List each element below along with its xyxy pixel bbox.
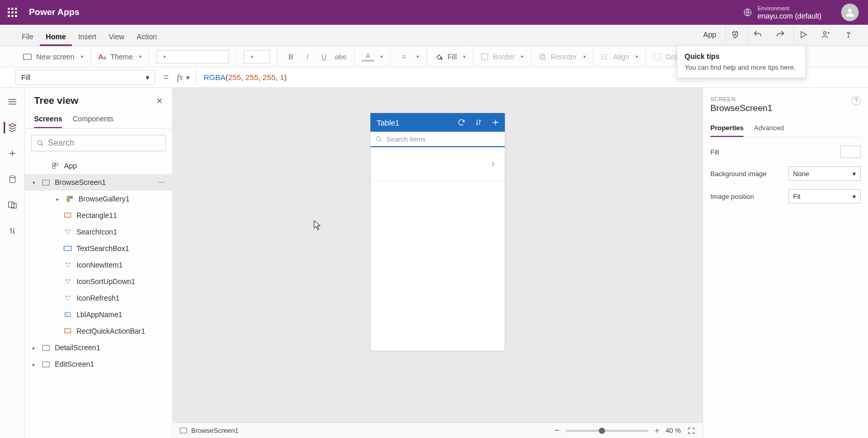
fit-to-window-button[interactable]	[687, 427, 695, 435]
environment-name: enayu.com (default)	[757, 12, 822, 21]
tree-item-lblappname1[interactable]: LblAppName1	[25, 306, 172, 323]
tree-item-browsegallery1[interactable]: ▸ BrowseGallery1	[25, 191, 172, 207]
svg-point-31	[69, 296, 70, 297]
sort-icon[interactable]	[475, 118, 482, 127]
share-button[interactable]	[816, 25, 835, 44]
ribbon-tab-file[interactable]: File	[16, 27, 40, 46]
tree-item-searchicon1[interactable]: SearchIcon1	[25, 224, 172, 240]
add-icon[interactable]	[491, 118, 500, 127]
quick-tips-popover: Quick tips You can find help and more ti…	[677, 45, 806, 78]
font-size-select[interactable]: ▾	[244, 50, 270, 64]
chevron-right-icon	[489, 161, 497, 168]
svg-rect-9	[654, 54, 660, 60]
redo-button[interactable]	[771, 25, 789, 44]
prop-fill-swatch[interactable]	[840, 146, 861, 158]
underline-button[interactable]: U	[318, 53, 330, 61]
bold-button[interactable]: B	[285, 53, 297, 61]
gallery-row[interactable]	[370, 147, 505, 181]
tree-item-iconrefresh1[interactable]: IconRefresh1	[25, 290, 172, 306]
screen-icon	[180, 428, 187, 433]
svg-point-29	[69, 279, 70, 280]
property-selector[interactable]: Fill▾	[16, 70, 155, 85]
tree-item-browsescreen1[interactable]: ▾ BrowseScreen1 ⋯	[25, 174, 172, 191]
expand-icon[interactable]: ▸	[30, 345, 37, 351]
font-family-select[interactable]: ▾	[157, 50, 229, 64]
font-color-button[interactable]: A	[362, 52, 374, 61]
ribbon-tab-insert[interactable]: Insert	[72, 27, 102, 46]
tree-tab-screens[interactable]: Screens	[34, 111, 62, 128]
fx-button[interactable]: fx▾	[177, 70, 197, 85]
ribbon-tab-action[interactable]: Action	[131, 27, 163, 46]
new-screen-button[interactable]: New screen	[36, 53, 74, 61]
tree-item-detailscreen1[interactable]: ▸ DetailScreen1	[25, 339, 172, 356]
quick-tips-body: You can find help and more tips here.	[685, 64, 798, 71]
environment-picker[interactable]: Environment enayu.com (default)	[734, 5, 831, 21]
label-icon	[63, 311, 72, 318]
phone-search-row[interactable]: Search items	[370, 132, 505, 147]
rail-tree-view[interactable]	[4, 122, 18, 133]
prop-imgpos-select[interactable]: Fit▾	[788, 189, 861, 204]
zoom-slider[interactable]	[566, 430, 648, 432]
rail-data[interactable]	[5, 174, 20, 185]
tree-view-panel: Tree view ✕ Screens Components Search Ap…	[25, 88, 173, 438]
prop-bgimage-select[interactable]: None▾	[788, 166, 861, 181]
rail-advanced-tools[interactable]	[5, 225, 20, 237]
italic-button[interactable]: I	[301, 53, 314, 61]
svg-rect-8	[541, 55, 545, 59]
svg-point-2	[734, 34, 736, 35]
align-button[interactable]: Align	[613, 53, 629, 61]
group-icon	[653, 53, 661, 61]
tree-search-input[interactable]: Search	[31, 135, 166, 151]
border-button[interactable]: Border	[493, 53, 515, 61]
tree-item-textsearchbox1[interactable]: TextSearchBox1	[25, 240, 172, 257]
svg-point-1	[848, 9, 851, 12]
ribbon-tab-home[interactable]: Home	[40, 27, 72, 46]
tree-item-rectangle11[interactable]: Rectangle11	[25, 207, 172, 224]
tree-item-app[interactable]: App	[25, 158, 172, 174]
screen-icon	[41, 345, 51, 351]
icon-control-icon	[63, 294, 72, 302]
expand-icon[interactable]: ▸	[30, 362, 37, 367]
svg-point-14	[13, 231, 14, 233]
props-help-button[interactable]: ?	[851, 96, 861, 105]
props-tab-properties[interactable]: Properties	[710, 120, 743, 137]
rail-hamburger[interactable]	[5, 96, 20, 107]
app-checker-button[interactable]	[725, 25, 744, 44]
app-launcher-button[interactable]	[0, 0, 25, 25]
tree-item-iconsortupdown1[interactable]: IconSortUpDown1	[25, 273, 172, 290]
formula-input[interactable]: RGBA(255, 255, 255, 1)	[196, 73, 287, 82]
fill-button[interactable]: Fill	[447, 53, 457, 61]
tree-item-more-button[interactable]: ⋯	[158, 178, 166, 186]
strikethrough-button[interactable]: abc	[334, 53, 347, 61]
main-area: Tree view ✕ Screens Components Search Ap…	[0, 88, 868, 438]
theme-button[interactable]: Theme	[111, 53, 133, 61]
help-button[interactable]	[839, 25, 858, 44]
play-button[interactable]	[794, 25, 812, 44]
phone-search-placeholder: Search items	[386, 135, 426, 143]
expand-icon[interactable]: ▸	[54, 196, 61, 202]
app-settings-link[interactable]: App	[698, 27, 721, 42]
svg-point-27	[69, 263, 70, 264]
undo-button[interactable]	[748, 25, 767, 44]
reorder-button[interactable]: Reorder	[551, 53, 577, 61]
canvas-area[interactable]: Table1 Search items BrowseScreen1	[173, 88, 703, 438]
phone-preview[interactable]: Table1 Search items	[370, 113, 505, 351]
refresh-icon[interactable]	[457, 118, 466, 127]
expand-icon[interactable]: ▾	[30, 180, 37, 185]
tree-tab-components[interactable]: Components	[72, 111, 113, 128]
rail-insert[interactable]	[5, 148, 20, 159]
icon-control-icon	[63, 261, 72, 269]
ribbon-tab-view[interactable]: View	[102, 27, 130, 46]
tree-item-iconnewitem1[interactable]: IconNewItem1	[25, 257, 172, 273]
equals-sign: =	[155, 72, 177, 83]
user-avatar[interactable]	[841, 4, 859, 21]
text-align-button[interactable]: ≡	[398, 53, 410, 61]
svg-rect-22	[65, 213, 71, 217]
props-tab-advanced[interactable]: Advanced	[754, 120, 784, 137]
tree-item-rectquickactionbar1[interactable]: RectQuickActionBar1	[25, 323, 172, 339]
zoom-out-button[interactable]: −	[554, 425, 560, 436]
rail-media[interactable]	[5, 199, 20, 211]
tree-item-editscreen1[interactable]: ▸ EditScreen1	[25, 356, 172, 372]
tree-close-button[interactable]: ✕	[156, 96, 163, 106]
zoom-in-button[interactable]: +	[655, 426, 659, 435]
